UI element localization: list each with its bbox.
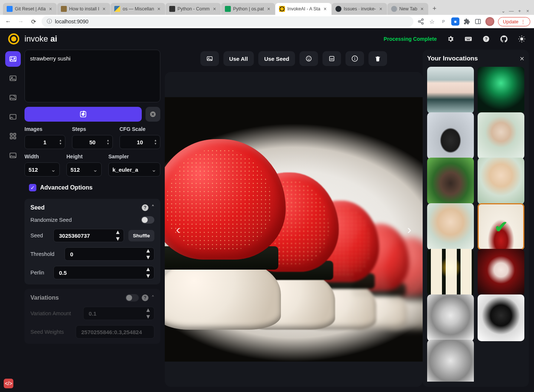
use-all-button[interactable]: Use All [223, 51, 254, 66]
invocation-thumb[interactable] [427, 249, 474, 296]
url-field[interactable]: ⓘ localhost:9090 [42, 16, 413, 27]
share-icon[interactable] [417, 18, 425, 25]
new-tab-button[interactable]: + [429, 3, 440, 15]
reload-button[interactable]: ⟳ [29, 17, 38, 26]
chevron-up-icon[interactable]: ˄ [151, 294, 154, 302]
help-icon[interactable]: ? [482, 35, 490, 43]
help-icon[interactable]: ? [142, 294, 148, 301]
perlin-input[interactable]: ▲▼ [53, 266, 154, 279]
stepper-icon[interactable]: ▲▼ [145, 247, 151, 261]
next-image-button[interactable]: › [401, 221, 417, 238]
tool-img2img[interactable] [5, 70, 21, 86]
tab-python-ospath[interactable]: Python | os.pat× [221, 3, 275, 15]
invocation-thumb-selected[interactable]: ✔ [478, 203, 524, 250]
invocation-thumb[interactable] [478, 294, 524, 341]
tab-close-icon[interactable]: × [266, 6, 271, 11]
prev-image-button[interactable]: ‹ [170, 221, 186, 238]
tab-close-icon[interactable]: × [378, 6, 383, 11]
height-select[interactable]: 512⌄ [66, 162, 102, 177]
tab-close-icon[interactable]: × [212, 6, 217, 11]
tab-invokeai[interactable]: InvokeAI - A Sta× [275, 3, 331, 15]
tool-nodes[interactable] [5, 128, 21, 144]
window-menu-icon[interactable]: ⌄ [501, 8, 506, 13]
settings-gear-icon[interactable] [446, 35, 455, 43]
close-panel-button[interactable]: ✕ [520, 55, 524, 62]
window-maximize-icon[interactable]: + [517, 8, 522, 13]
main-image-wrap: ‹ › [165, 72, 423, 387]
randomize-seed-toggle[interactable] [141, 216, 154, 224]
dev-badge-icon[interactable]: </> [4, 379, 13, 388]
cancel-button[interactable] [145, 107, 160, 122]
tool-postprocess[interactable] [5, 148, 21, 163]
help-icon[interactable]: ? [142, 204, 148, 211]
prompt-input[interactable]: strawberry sushi [24, 50, 160, 102]
invocation-thumb[interactable] [427, 203, 474, 250]
info-icon[interactable]: ⓘ [47, 18, 52, 25]
bookmark-icon[interactable]: ☆ [428, 18, 436, 25]
stepper-icon[interactable]: ▲▼ [115, 229, 121, 242]
info-button[interactable] [345, 51, 364, 66]
steps-input[interactable]: ▲▼ [72, 135, 113, 149]
tool-inpaint[interactable] [5, 90, 21, 105]
tab-new-tab[interactable]: New Tab× [387, 3, 428, 15]
face-restore-button[interactable] [299, 51, 318, 66]
invocation-thumb[interactable] [478, 112, 524, 159]
back-button[interactable]: ← [4, 17, 13, 26]
viewer-toolbar: Use All Use Seed HD [165, 50, 423, 66]
side-panel-icon[interactable] [474, 18, 482, 25]
tab-close-icon[interactable]: × [48, 6, 53, 11]
tool-txt2img[interactable] [5, 51, 21, 67]
window-minimize-icon[interactable]: — [509, 8, 514, 13]
keyboard-icon[interactable] [464, 35, 472, 43]
tool-outpaint[interactable] [5, 109, 21, 125]
stepper-icon[interactable]: ▲▼ [59, 139, 62, 145]
generate-button[interactable] [24, 107, 142, 122]
invocation-thumb[interactable] [427, 67, 474, 113]
stepper-icon[interactable]: ▲▼ [107, 139, 109, 145]
upscale-button[interactable]: HD [322, 51, 341, 66]
width-select[interactable]: 512⌄ [24, 162, 60, 177]
window-close-icon[interactable]: × [525, 8, 530, 13]
invocation-thumb[interactable] [478, 158, 524, 204]
stepper-icon[interactable]: ▲▼ [145, 266, 151, 279]
tab-close-icon[interactable]: × [419, 6, 425, 11]
seed-input[interactable]: ▲▼ [53, 229, 124, 242]
tab-close-icon[interactable]: × [101, 6, 107, 11]
advanced-options-toggle[interactable]: ✓ Advanced Options [24, 181, 160, 194]
tab-close-icon[interactable]: × [156, 6, 161, 11]
update-button[interactable]: Update ⋮ [498, 17, 530, 26]
tab-git-reset[interactable]: Git Reset | Atla× [3, 3, 57, 15]
threshold-input[interactable]: ▲▼ [65, 247, 154, 261]
window-controls: ⌄ — + × [497, 7, 534, 15]
tab-github-issues[interactable]: Issues · invoke-× [332, 3, 387, 15]
tab-os-docs[interactable]: os — Miscellan× [111, 3, 165, 15]
tab-how-to-install[interactable]: How to install I× [57, 3, 110, 15]
invocation-thumb[interactable] [478, 67, 524, 113]
invocation-thumb[interactable] [427, 112, 474, 159]
delete-button[interactable] [368, 51, 387, 66]
svg-point-40 [309, 58, 310, 59]
checkbox-checked-icon[interactable]: ✓ [29, 184, 36, 191]
invocation-thumb[interactable] [427, 158, 474, 204]
images-input[interactable]: ▲▼ [24, 135, 65, 149]
theme-icon[interactable] [518, 35, 526, 43]
sampler-select[interactable]: k_euler_a⌄ [108, 162, 160, 177]
invocation-thumb[interactable] [427, 294, 474, 341]
extension-video-icon[interactable]: ■ [451, 17, 459, 26]
cfg-input[interactable]: ▲▼ [119, 135, 160, 149]
chevron-up-icon[interactable]: ˄ [151, 204, 154, 211]
invocation-thumb[interactable] [478, 249, 524, 296]
invocation-thumb[interactable] [427, 340, 474, 382]
extensions-icon[interactable] [463, 18, 471, 25]
svg-line-21 [524, 37, 524, 37]
github-icon[interactable] [500, 35, 508, 43]
use-seed-button[interactable]: Use Seed [258, 51, 295, 66]
tab-python-comm[interactable]: Python - Comm× [166, 3, 221, 15]
extension-p-icon[interactable]: P [439, 17, 448, 26]
profile-avatar[interactable] [485, 17, 494, 26]
tab-close-icon[interactable]: × [322, 6, 328, 11]
shuffle-button[interactable]: Shuffle [128, 230, 154, 241]
send-to-image-button[interactable] [200, 51, 219, 66]
variations-toggle[interactable] [125, 294, 139, 302]
stepper-icon[interactable]: ▲▼ [154, 139, 157, 145]
